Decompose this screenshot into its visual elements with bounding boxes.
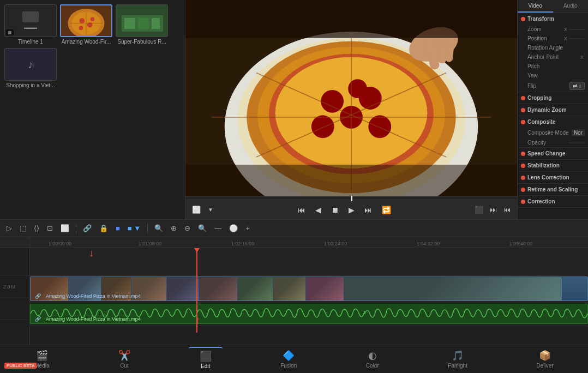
- blade-tool-btn[interactable]: ⟨⟩: [32, 223, 41, 233]
- section-retime-scaling-header[interactable]: Retime and Scaling: [518, 184, 588, 195]
- thumb-seg-7: [238, 277, 273, 300]
- section-transform-header[interactable]: Transform: [518, 13, 588, 25]
- nav-edit-label: Edit: [201, 363, 210, 369]
- nav-color[interactable]: ◐ Color: [355, 347, 390, 371]
- svg-rect-12: [138, 18, 149, 29]
- opacity-label: Opacity: [527, 140, 568, 146]
- ruler-mark-5: 1:04:32:00: [417, 241, 440, 246]
- video-clip-label: Amazing Wood-Fired Pizza in Vietnam.mp4: [46, 293, 141, 299]
- timeline-tracks: 1:00:00:00 1:01:08:00 1:02:16:00 1:03:24…: [30, 237, 588, 345]
- select-tool-btn[interactable]: ▷: [4, 223, 14, 233]
- lens-correction-label: Lens Correction: [527, 175, 569, 181]
- section-cropping-header[interactable]: Cropping: [518, 92, 588, 104]
- color-btn2[interactable]: ■ ▼: [125, 223, 143, 233]
- flip-button[interactable]: ⇄ ↕: [569, 82, 585, 90]
- svg-point-3: [80, 18, 85, 23]
- correction-label: Correction: [527, 198, 555, 204]
- prev-frame-btn[interactable]: ◀: [313, 204, 324, 216]
- section-retime-scaling: Retime and Scaling: [518, 184, 588, 196]
- market-thumb-svg: [116, 4, 167, 37]
- video-clip-1[interactable]: 🔗 Amazing Wood-Fired Pizza in Vietnam.mp…: [30, 276, 588, 301]
- rotation-label: Rotation Angle: [527, 45, 585, 51]
- composite-mode-value[interactable]: Nor: [572, 129, 585, 136]
- viewer-next-btn[interactable]: ⏭: [488, 204, 499, 215]
- track-m-label: M: [11, 284, 16, 290]
- speed-change-dot: [521, 152, 525, 156]
- stabilization-label: Stabilization: [527, 163, 560, 169]
- skip-to-start-btn[interactable]: ⏮: [295, 204, 308, 216]
- trim-tool-btn[interactable]: ⬚: [17, 223, 28, 233]
- svg-rect-36: [185, 0, 517, 38]
- thumb-seg-6: [200, 277, 238, 300]
- section-lens-correction-header[interactable]: Lens Correction: [518, 172, 588, 183]
- music-icon: ♪: [28, 58, 33, 71]
- media-item-timeline[interactable]: ▬▬▬ ▦ Timeline 1: [4, 4, 57, 45]
- row-zoom: Zoom X: [518, 25, 588, 34]
- section-dynamic-zoom-header[interactable]: Dynamic Zoom: [518, 104, 588, 116]
- svg-point-5: [79, 26, 83, 31]
- nav-fairlight-label: Fairlight: [448, 363, 467, 369]
- speed-change-label: Speed Change: [527, 151, 565, 157]
- dynamic-zoom-label: Dynamic Zoom: [527, 107, 567, 113]
- nav-fusion[interactable]: 🔷 Fusion: [269, 347, 308, 371]
- zoom-value[interactable]: [568, 29, 585, 30]
- thumb-seg-10: [344, 277, 562, 300]
- viewer-fullscreen-btn[interactable]: ⬛: [472, 204, 485, 215]
- row-position: Position X: [518, 34, 588, 43]
- minus-btn[interactable]: —: [212, 223, 224, 233]
- retime-scaling-dot: [521, 188, 525, 192]
- viewer-prev-skip-btn[interactable]: ⏮: [501, 204, 513, 215]
- nav-deliver[interactable]: 📦 Deliver: [526, 347, 565, 371]
- inspector-panel: Video Audio Transform Zoom X Position X …: [517, 0, 588, 219]
- ruler-mark-4: 1:03:24:00: [324, 241, 347, 246]
- section-composite-header[interactable]: Composite: [518, 116, 588, 128]
- snap-tool-btn[interactable]: ⬜: [58, 223, 71, 233]
- tab-video[interactable]: Video: [518, 0, 553, 13]
- circle-btn[interactable]: ⚪: [227, 223, 240, 233]
- yaw-label: Yaw: [527, 73, 585, 79]
- razor-tool-btn[interactable]: ⊡: [45, 223, 55, 233]
- stabilization-dot: [521, 164, 525, 168]
- skip-to-end-btn[interactable]: ⏭: [362, 204, 375, 216]
- dynamic-zoom-dot: [521, 108, 525, 112]
- tab-audio[interactable]: Audio: [553, 0, 589, 13]
- zoom-custom-btn[interactable]: 🔍: [196, 223, 209, 233]
- media-item-pizza[interactable]: Amazing Wood-Fir...: [60, 4, 112, 45]
- link-btn[interactable]: 🔗: [81, 223, 94, 233]
- zoom-out-btn[interactable]: ⊖: [182, 223, 193, 233]
- section-correction-header[interactable]: Correction: [518, 196, 588, 207]
- viewer-dropdown-btn[interactable]: ▼: [205, 206, 216, 214]
- inspector-tabs: Video Audio: [518, 0, 588, 13]
- section-stabilization-header[interactable]: Stabilization: [518, 160, 588, 171]
- thumb-seg-5: [167, 277, 200, 300]
- color-btn[interactable]: ■: [113, 223, 122, 233]
- cropping-dot: [521, 96, 525, 100]
- timeline-toolbar: ▷ ⬚ ⟨⟩ ⊡ ⬜ 🔗 🔒 ■ ■ ▼ 🔍 ⊕ ⊖ 🔍 — ⚪ +: [0, 220, 588, 237]
- loop-btn[interactable]: 🔁: [379, 204, 394, 216]
- thumb-seg-9: [306, 277, 344, 300]
- marker-down: ↓: [89, 248, 94, 258]
- play-btn[interactable]: ▶: [346, 204, 357, 216]
- lock-btn[interactable]: 🔒: [97, 223, 110, 233]
- marker-up: ↑: [195, 315, 200, 325]
- media-item-market[interactable]: Super-Fabulous R...: [116, 4, 168, 45]
- audio-track-1: // Generated inline for waveform visual …: [30, 303, 588, 326]
- timecode-bar[interactable]: [185, 196, 517, 200]
- audio-clip-1[interactable]: // Generated inline for waveform visual …: [30, 304, 588, 324]
- section-speed-change-header[interactable]: Speed Change: [518, 148, 588, 159]
- section-transform: Transform Zoom X Position X Rotation Ang…: [518, 13, 588, 92]
- zoom-in-btn[interactable]: ⊕: [169, 223, 179, 233]
- ruler-mark-6: 1:05:40:00: [509, 241, 533, 246]
- viewer-screen-btn[interactable]: ⬜: [190, 204, 203, 215]
- media-item-shopping[interactable]: ♪ Shopping in a Viet...: [4, 48, 57, 88]
- svg-point-24: [311, 115, 334, 138]
- nav-cut[interactable]: ✂️ Cut: [107, 347, 141, 371]
- zoom-fit-btn[interactable]: 🔍: [152, 223, 165, 233]
- opacity-value[interactable]: [568, 142, 585, 143]
- stop-btn[interactable]: ⏹: [328, 204, 341, 216]
- add-btn[interactable]: +: [243, 223, 252, 233]
- nav-edit[interactable]: ⬛ Edit: [189, 347, 223, 371]
- position-value[interactable]: [568, 38, 585, 39]
- section-cropping: Cropping: [518, 92, 588, 104]
- nav-fairlight[interactable]: 🎵 Fairlight: [437, 347, 478, 371]
